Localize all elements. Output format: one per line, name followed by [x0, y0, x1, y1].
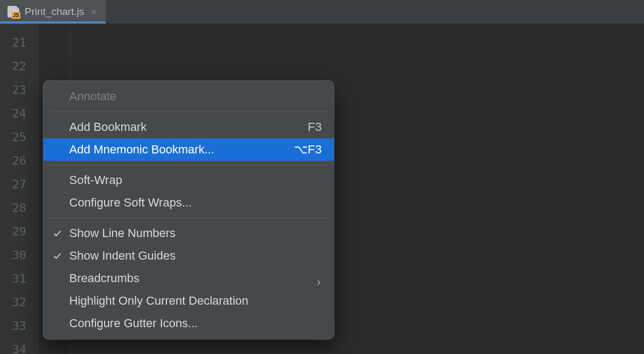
- menu-separator: [50, 218, 327, 218]
- menu-item-label: Breadcrumbs: [69, 271, 140, 285]
- tab-filename: Print_chart.js: [25, 6, 84, 18]
- line-number[interactable]: 25: [0, 126, 38, 149]
- menu-item-highlight-only-current-declaration[interactable]: Highlight Only Current Declaration: [43, 290, 334, 312]
- context-menu: AnnotateAdd BookmarkF3Add Mnemonic Bookm…: [43, 80, 334, 340]
- menu-item-shortcut: F3: [308, 120, 322, 134]
- menu-item-label: Configure Soft Wraps...: [69, 196, 192, 210]
- menu-separator: [50, 165, 327, 165]
- line-number[interactable]: 24: [0, 102, 38, 126]
- menu-item-show-indent-guides[interactable]: Show Indent Guides: [43, 245, 334, 267]
- check-icon: [52, 228, 63, 239]
- menu-item-label: Add Mnemonic Bookmark...: [69, 143, 214, 157]
- line-number[interactable]: 22: [0, 55, 38, 78]
- line-number[interactable]: 29: [0, 220, 38, 244]
- menu-item-soft-wrap[interactable]: Soft-Wrap: [43, 169, 334, 191]
- menu-item-label: Show Indent Guides: [69, 249, 175, 263]
- menu-separator: [50, 112, 327, 112]
- tab-strip: JS Print_chart.js ×: [0, 0, 644, 24]
- menu-item-show-line-numbers[interactable]: Show Line Numbers: [43, 222, 334, 245]
- line-number[interactable]: 33: [0, 314, 38, 338]
- line-number[interactable]: 23: [0, 78, 38, 102]
- menu-item-label: Show Line Numbers: [69, 226, 175, 240]
- line-number[interactable]: 30: [0, 244, 38, 267]
- line-number[interactable]: 32: [0, 291, 38, 314]
- menu-item-label: Add Bookmark: [69, 120, 147, 134]
- menu-item-label: Highlight Only Current Declaration: [69, 294, 248, 308]
- menu-item-shortcut: ⌥F3: [294, 143, 322, 157]
- tab-print-chart[interactable]: JS Print_chart.js ×: [0, 0, 106, 23]
- menu-item-configure-gutter-icons[interactable]: Configure Gutter Icons...: [43, 312, 334, 335]
- line-number[interactable]: 31: [0, 267, 38, 291]
- menu-item-label: Annotate: [69, 90, 116, 104]
- menu-item-annotate: Annotate: [43, 85, 334, 108]
- menu-item-add-mnemonic-bookmark[interactable]: Add Mnemonic Bookmark...⌥F3: [43, 138, 334, 161]
- line-number[interactable]: 28: [0, 196, 38, 220]
- menu-item-configure-soft-wraps[interactable]: Configure Soft Wraps...: [43, 191, 334, 214]
- line-number[interactable]: 27: [0, 173, 38, 196]
- line-number[interactable]: 34: [0, 338, 38, 354]
- line-number[interactable]: 21: [0, 31, 38, 55]
- menu-item-label: Soft-Wrap: [69, 173, 122, 187]
- close-icon[interactable]: ×: [90, 6, 98, 17]
- js-file-icon: JS: [8, 6, 19, 18]
- menu-item-label: Configure Gutter Icons...: [69, 316, 198, 330]
- chevron-right-icon: [316, 275, 322, 282]
- check-icon: [52, 250, 63, 261]
- gutter[interactable]: 2122232425262728293031323334: [0, 24, 39, 354]
- line-number[interactable]: 26: [0, 149, 38, 173]
- menu-item-breadcrumbs[interactable]: Breadcrumbs: [43, 267, 334, 290]
- menu-item-add-bookmark[interactable]: Add BookmarkF3: [43, 116, 334, 138]
